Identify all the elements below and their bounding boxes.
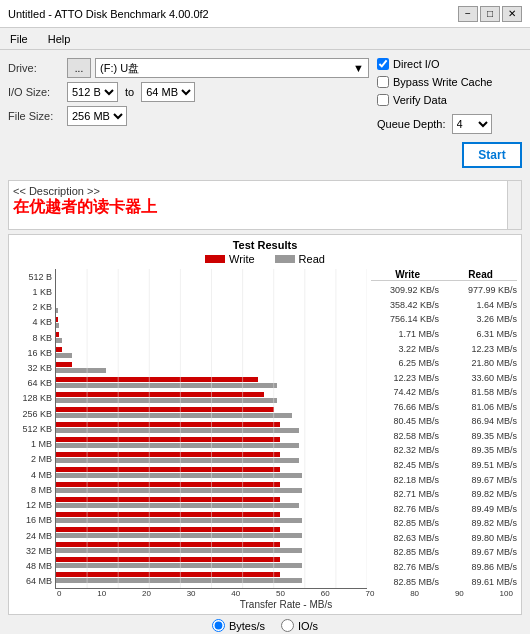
- data-row: 82.85 MB/s89.67 MB/s: [371, 547, 517, 557]
- write-value: 76.66 MB/s: [371, 402, 439, 412]
- chart-area: 512 B1 KB2 KB4 KB8 KB16 KB32 KB64 KB128 …: [13, 269, 517, 589]
- read-value: 89.82 MB/s: [449, 489, 517, 499]
- bypass-write-cache-checkbox[interactable]: [377, 76, 389, 88]
- write-value: 309.92 KB/s: [371, 285, 439, 295]
- read-bar: [56, 323, 59, 328]
- maximize-button[interactable]: □: [480, 6, 500, 22]
- read-value: 81.06 MB/s: [449, 402, 517, 412]
- read-bar: [56, 458, 299, 463]
- menu-help[interactable]: Help: [42, 31, 77, 47]
- write-bar: [56, 437, 280, 442]
- browse-button[interactable]: ...: [67, 58, 91, 78]
- read-legend-color: [275, 255, 295, 263]
- file-size-label: File Size:: [8, 110, 63, 122]
- read-bar: [56, 428, 299, 433]
- write-value: 358.42 KB/s: [371, 300, 439, 310]
- data-rows: 309.92 KB/s977.99 KB/s358.42 KB/s1.64 MB…: [371, 283, 517, 589]
- write-header: Write: [395, 269, 420, 280]
- drive-label: Drive:: [8, 62, 63, 74]
- right-panel: Direct I/O Bypass Write Cache Verify Dat…: [377, 58, 522, 168]
- data-row: 82.63 MB/s89.80 MB/s: [371, 533, 517, 543]
- menu-bar: File Help: [0, 28, 530, 50]
- write-value: 82.71 MB/s: [371, 489, 439, 499]
- read-value: 89.35 MB/s: [449, 431, 517, 441]
- bar-pair: [56, 347, 367, 361]
- row-label: 8 MB: [13, 485, 52, 495]
- row-label: 16 KB: [13, 348, 52, 358]
- bar-pair: [56, 287, 367, 301]
- write-bar: [56, 527, 280, 532]
- read-bar: [56, 383, 277, 388]
- row-label: 64 KB: [13, 378, 52, 388]
- data-row: 82.85 MB/s89.82 MB/s: [371, 518, 517, 528]
- write-bar: [56, 377, 258, 382]
- read-value: 86.94 MB/s: [449, 416, 517, 426]
- write-value: 6.25 MB/s: [371, 358, 439, 368]
- data-row: 82.45 MB/s89.51 MB/s: [371, 460, 517, 470]
- bar-pair: [56, 452, 367, 466]
- row-label: 1 MB: [13, 439, 52, 449]
- write-value: 82.45 MB/s: [371, 460, 439, 470]
- verify-data-checkbox[interactable]: [377, 94, 389, 106]
- row-label: 64 MB: [13, 576, 52, 586]
- data-row: 74.42 MB/s81.58 MB/s: [371, 387, 517, 397]
- read-value: 89.67 MB/s: [449, 475, 517, 485]
- row-label: 1 KB: [13, 287, 52, 297]
- write-value: 3.22 MB/s: [371, 344, 439, 354]
- io-size-from-select[interactable]: 512 B: [67, 82, 118, 102]
- read-value: 1.64 MB/s: [449, 300, 517, 310]
- write-bar: [56, 542, 280, 547]
- bytes-radio[interactable]: [212, 619, 225, 632]
- queue-depth-select[interactable]: 4: [452, 114, 492, 134]
- row-label: 256 KB: [13, 409, 52, 419]
- read-bar: [56, 488, 302, 493]
- bypass-write-cache-row: Bypass Write Cache: [377, 76, 522, 88]
- read-bar: [56, 518, 302, 523]
- bar-pair: [56, 467, 367, 481]
- bar-pair: [56, 272, 367, 286]
- write-value: 12.23 MB/s: [371, 373, 439, 383]
- io-radio[interactable]: [281, 619, 294, 632]
- read-bar: [56, 308, 58, 313]
- read-bar: [56, 503, 299, 508]
- direct-io-checkbox[interactable]: [377, 58, 389, 70]
- row-label: 24 MB: [13, 531, 52, 541]
- menu-file[interactable]: File: [4, 31, 34, 47]
- bottom-options: Bytes/s IO/s: [8, 619, 522, 632]
- drive-select[interactable]: (F:) U盘 ▼: [95, 58, 369, 78]
- write-value: 82.85 MB/s: [371, 547, 439, 557]
- start-button[interactable]: Start: [462, 142, 522, 168]
- read-value: 89.49 MB/s: [449, 504, 517, 514]
- io-radio-row: IO/s: [281, 619, 318, 632]
- read-legend: Read: [275, 253, 325, 265]
- file-size-select[interactable]: 256 MB: [67, 106, 127, 126]
- write-value: 82.85 MB/s: [371, 518, 439, 528]
- read-bar: [56, 578, 302, 583]
- write-value: 82.63 MB/s: [371, 533, 439, 543]
- drive-row: Drive: ... (F:) U盘 ▼: [8, 58, 369, 78]
- read-value: 89.67 MB/s: [449, 547, 517, 557]
- chart-row-labels: 512 B1 KB2 KB4 KB8 KB16 KB32 KB64 KB128 …: [13, 269, 55, 589]
- bar-pair: [56, 422, 367, 436]
- row-label: 2 KB: [13, 302, 52, 312]
- queue-label: Queue Depth:: [377, 118, 446, 130]
- close-button[interactable]: ✕: [502, 6, 522, 22]
- bar-pair: [56, 572, 367, 586]
- data-row: 82.76 MB/s89.86 MB/s: [371, 562, 517, 572]
- read-value: 89.86 MB/s: [449, 562, 517, 572]
- row-label: 4 KB: [13, 317, 52, 327]
- row-label: 512 B: [13, 272, 52, 282]
- row-label: 16 MB: [13, 515, 52, 525]
- bar-pair: [56, 302, 367, 316]
- direct-io-row: Direct I/O: [377, 58, 522, 70]
- file-size-row: File Size: 256 MB: [8, 106, 369, 126]
- x-axis-title: Transfer Rate - MB/s: [55, 599, 517, 610]
- minimize-button[interactable]: −: [458, 6, 478, 22]
- bar-pair: [56, 512, 367, 526]
- bar-pair: [56, 527, 367, 541]
- read-value: 33.60 MB/s: [449, 373, 517, 383]
- read-bar: [56, 473, 302, 478]
- description-scrollbar[interactable]: [507, 181, 521, 229]
- write-bar: [56, 557, 280, 562]
- io-size-to-select[interactable]: 64 MB: [141, 82, 195, 102]
